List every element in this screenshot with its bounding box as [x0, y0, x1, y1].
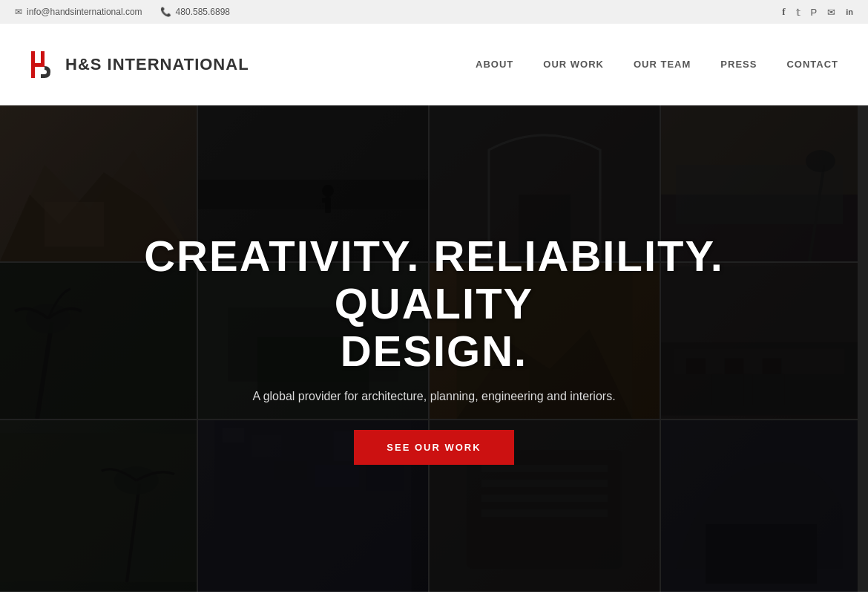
header: H&S INTERNATIONAL ABOUT OUR WORK OUR TEA…	[0, 24, 868, 105]
facebook-icon[interactable]: f	[782, 6, 785, 18]
nav-our-work[interactable]: OUR WORK	[543, 59, 604, 70]
phone-icon: 📞	[160, 7, 171, 17]
logo-icon	[30, 48, 58, 81]
svg-rect-2	[41, 51, 45, 63]
twitter-icon[interactable]: 𝕥	[796, 7, 800, 18]
hero-section: CREATIVITY. RELIABILITY. QUALITY DESIGN.…	[0, 105, 868, 592]
top-bar-contact-info: ✉ info@handsinternational.com 📞 480.585.…	[15, 7, 230, 17]
pinterest-icon[interactable]: P	[811, 7, 818, 18]
social-links: f 𝕥 P ✉ in	[782, 6, 853, 18]
main-nav: ABOUT OUR WORK OUR TEAM PRESS CONTACT	[476, 59, 838, 70]
phone-link[interactable]: 480.585.6898	[176, 7, 230, 17]
hero-content: CREATIVITY. RELIABILITY. QUALITY DESIGN.…	[0, 105, 868, 592]
svg-rect-1	[31, 63, 45, 67]
see-our-work-button[interactable]: SEE OUR WORK	[354, 430, 513, 465]
hero-headline: CREATIVITY. RELIABILITY. QUALITY DESIGN.	[59, 232, 809, 374]
nav-about[interactable]: ABOUT	[476, 59, 513, 70]
hero-subtext: A global provider for architecture, plan…	[252, 390, 615, 403]
email-link[interactable]: info@handsinternational.com	[27, 7, 142, 17]
logo-area[interactable]: H&S INTERNATIONAL	[30, 48, 249, 81]
nav-press[interactable]: PRESS	[720, 59, 757, 70]
brand-name: H&S INTERNATIONAL	[65, 55, 249, 74]
email-social-icon[interactable]: ✉	[827, 7, 835, 18]
hero-headline-line1: CREATIVITY. RELIABILITY. QUALITY	[144, 232, 724, 327]
linkedin-icon[interactable]: in	[846, 7, 853, 16]
hero-headline-line2: DESIGN.	[341, 327, 528, 375]
phone-contact[interactable]: 📞 480.585.6898	[160, 7, 230, 17]
nav-our-team[interactable]: OUR TEAM	[634, 59, 691, 70]
envelope-icon: ✉	[15, 7, 22, 17]
email-contact[interactable]: ✉ info@handsinternational.com	[15, 7, 142, 17]
nav-contact[interactable]: CONTACT	[786, 59, 838, 70]
top-bar: ✉ info@handsinternational.com 📞 480.585.…	[0, 0, 868, 24]
